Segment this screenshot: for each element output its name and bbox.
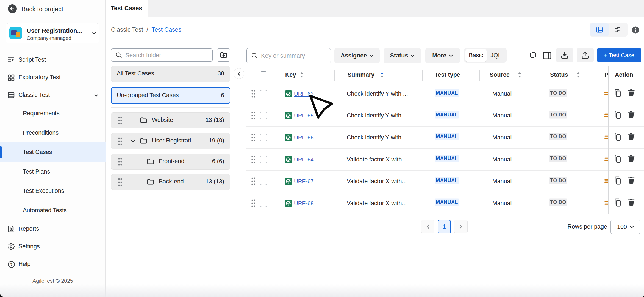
svg-text:?: ?	[10, 262, 13, 267]
